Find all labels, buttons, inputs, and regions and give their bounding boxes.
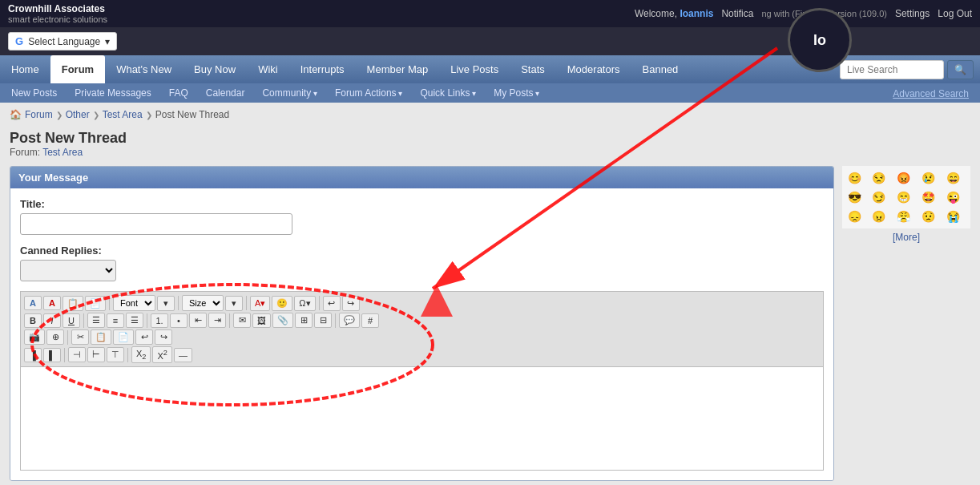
tb-email[interactable]: ✉ [233,313,251,328]
editor-toolbar: A A 📋 📄 Font ▾ Size [20,291,824,366]
nav-banned[interactable]: Banned [631,55,690,83]
tb-bold[interactable]: B [24,313,42,328]
smiley-3[interactable]: 😡 [895,169,913,187]
tb-divider-6 [147,313,147,328]
nav-member-map[interactable]: Member Map [356,55,440,83]
smiley-4[interactable]: 😢 [919,169,937,187]
avatar-initials: Io [813,32,826,49]
editor-area[interactable] [20,366,824,471]
nav-buy-now[interactable]: Buy Now [183,55,247,83]
tb-insert2[interactable]: ⊕ [46,329,64,345]
tb-table2[interactable]: ⊟ [314,313,332,328]
tb-special[interactable]: Ω▾ [294,296,315,311]
tb-indent-in[interactable]: ⇥ [208,313,226,328]
smiley-14[interactable]: 😟 [919,208,937,225]
search-input[interactable] [840,60,944,79]
tb-indent-out[interactable]: ⇤ [189,313,207,328]
tb-redo2[interactable]: ↪ [155,329,172,345]
tb-ordered-list[interactable]: 1. [151,313,168,328]
size-select[interactable]: Size [182,295,224,311]
tb-unordered-list[interactable]: • [170,313,188,328]
tb-underline[interactable]: U [63,313,80,328]
tb-undo2[interactable]: ↩ [135,329,153,345]
logout-link[interactable]: Log Out [938,8,972,19]
nav-moderators[interactable]: Moderators [556,55,631,83]
subnav-my-posts[interactable]: My Posts [486,83,547,103]
tb-table1[interactable]: ⊞ [295,313,313,328]
smiley-1[interactable]: 😊 [845,169,863,187]
font-select[interactable]: Font [113,295,155,311]
subnav-faq[interactable]: FAQ [161,83,196,103]
tb-align-center[interactable]: ≡ [107,313,124,328]
smiley-11[interactable]: 😞 [845,208,863,225]
tb-align-left[interactable]: ☰ [87,313,105,328]
tb-image[interactable]: 🖼 [252,313,271,328]
tb-italic[interactable]: I [43,313,61,328]
smiley-5[interactable]: 😄 [944,169,962,187]
tb-hash[interactable]: # [361,313,379,328]
title-input[interactable] [20,213,292,235]
toolbar-row-3: 📷 ⊕ ✂ 📋 📄 ↩ ↪ [24,329,820,345]
canned-replies-select[interactable] [20,260,116,281]
tb-img-insert[interactable]: 📷 [24,329,45,345]
tb-icon-paste[interactable]: 📄 [85,296,106,311]
tb-icon-copy[interactable]: 📋 [63,296,83,311]
breadcrumb-forum[interactable]: Forum [25,109,53,120]
subnav-quick-links[interactable]: Quick Links [412,83,484,103]
tb-clear-format[interactable]: — [174,348,192,362]
message-panel: Your Message Title: Canned Replies: [10,166,834,481]
tb-col1[interactable]: ▐ [24,348,42,362]
tb-size-arrow[interactable]: ▾ [225,296,243,311]
settings-link[interactable]: Settings [895,8,930,19]
advanced-search-link[interactable]: Advanced Search [885,84,977,103]
tb-cut[interactable]: ✂ [71,329,89,345]
smiley-6[interactable]: 😎 [845,188,863,206]
tb-align-right[interactable]: ☰ [126,313,143,328]
tb-smiley[interactable]: 🙂 [272,296,292,311]
nav-home[interactable]: Home [0,55,50,83]
tb-redo[interactable]: ↪ [342,296,360,311]
smiley-15[interactable]: 😭 [944,208,962,225]
smiley-12[interactable]: 😠 [870,208,888,225]
nav-stats[interactable]: Stats [510,55,556,83]
tb-copy[interactable]: 📋 [91,329,111,345]
nav-wiki[interactable]: Wiki [247,55,289,83]
smiley-7[interactable]: 😏 [870,188,888,206]
smiley-9[interactable]: 🤩 [919,188,937,206]
tb-font-arrow[interactable]: ▾ [157,296,175,311]
subnav-calendar[interactable]: Calendar [198,83,253,103]
translate-button[interactable]: G Select Language ▾ [8,32,117,51]
nav-live-posts[interactable]: Live Posts [439,55,510,83]
tb-split2[interactable]: ⊢ [87,347,105,362]
tb-quote[interactable]: 💬 [339,313,360,328]
tb-split1[interactable]: ⊣ [68,347,86,362]
smiley-13[interactable]: 😤 [895,208,913,225]
nav-forum[interactable]: Forum [50,55,105,83]
tb-paste2[interactable]: 📄 [113,329,134,345]
tb-format-a-color[interactable]: A [43,296,61,310]
smilies-more-link[interactable]: [More] [893,232,920,243]
tb-attach[interactable]: 📎 [272,313,293,328]
tb-col2[interactable]: ▌ [43,348,61,362]
tb-superscript[interactable]: X2 [152,346,171,363]
nav-interrupts[interactable]: Interrupts [289,55,356,83]
smiley-8[interactable]: 😁 [895,188,913,206]
search-button[interactable]: 🔍 [947,60,974,79]
brand-name: Crownhill Associates [8,3,105,14]
subnav-private-messages[interactable]: Private Messages [67,83,159,103]
tb-subscript[interactable]: X2 [131,346,151,363]
breadcrumb-other[interactable]: Other [66,109,90,120]
canned-replies-row: Canned Replies: [20,245,824,281]
subnav-community[interactable]: Community [254,83,325,103]
tb-split3[interactable]: ⊤ [107,347,124,362]
tb-undo[interactable]: ↩ [323,296,341,311]
tb-text-color[interactable]: A▾ [250,296,270,311]
tb-format-a-blue[interactable]: A [24,296,42,310]
nav-whats-new[interactable]: What's New [105,55,183,83]
forum-name-link[interactable]: Test Area [42,147,83,158]
smiley-2[interactable]: 😒 [870,169,888,187]
smiley-10[interactable]: 😜 [944,188,962,206]
breadcrumb-test-area[interactable]: Test Area [103,109,143,120]
subnav-new-posts[interactable]: New Posts [3,83,65,103]
subnav-forum-actions[interactable]: Forum Actions [327,83,410,103]
